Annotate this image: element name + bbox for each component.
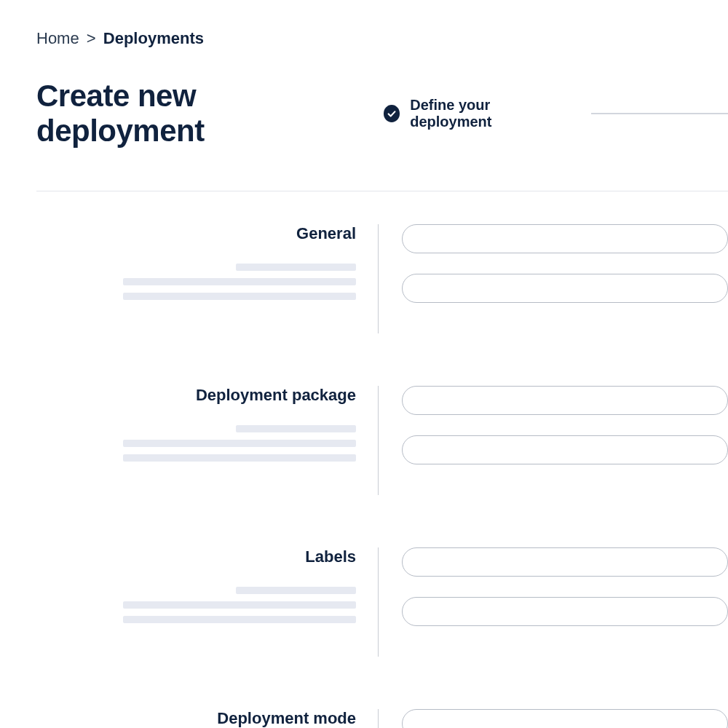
skeleton-line xyxy=(236,587,356,594)
section-mode-fields xyxy=(379,709,728,728)
section-general: General xyxy=(36,224,728,333)
section-title-mode: Deployment mode xyxy=(217,709,356,728)
general-input-1[interactable] xyxy=(402,224,728,253)
section-general-fields xyxy=(379,224,728,333)
page-title: Create new deployment xyxy=(36,79,355,149)
skeleton-line xyxy=(123,601,356,609)
section-package-label-area: Deployment package xyxy=(36,386,379,495)
skeleton-line xyxy=(236,264,356,271)
skeleton-line xyxy=(123,616,356,623)
skeleton-line xyxy=(123,293,356,300)
section-title-general: General xyxy=(296,224,356,243)
general-input-2[interactable] xyxy=(402,274,728,303)
section-general-label-area: General xyxy=(36,224,379,333)
skeleton-line xyxy=(123,454,356,462)
section-labels: Labels xyxy=(36,547,728,657)
section-mode-label-area: Deployment mode xyxy=(36,709,379,728)
mode-input-1[interactable] xyxy=(402,709,728,728)
step-label: Define your deployment xyxy=(410,97,566,130)
header-divider xyxy=(36,191,728,191)
section-labels-label-area: Labels xyxy=(36,547,379,657)
section-labels-fields xyxy=(379,547,728,657)
package-input-1[interactable] xyxy=(402,386,728,415)
section-mode: Deployment mode xyxy=(36,709,728,728)
package-input-2[interactable] xyxy=(402,435,728,464)
labels-input-2[interactable] xyxy=(402,597,728,626)
breadcrumb-separator: > xyxy=(87,29,96,47)
section-title-labels: Labels xyxy=(305,547,356,566)
step-connector xyxy=(591,113,728,114)
breadcrumb: Home > Deployments xyxy=(36,29,728,48)
section-package-fields xyxy=(379,386,728,495)
skeleton-line xyxy=(123,278,356,285)
wizard-stepper: Define your deployment xyxy=(384,97,728,130)
skeleton-line xyxy=(236,425,356,432)
section-title-package: Deployment package xyxy=(196,386,356,405)
breadcrumb-current[interactable]: Deployments xyxy=(103,29,204,47)
page-header: Create new deployment Define your deploy… xyxy=(36,79,728,149)
check-circle-icon xyxy=(384,105,400,122)
labels-input-1[interactable] xyxy=(402,547,728,577)
section-package: Deployment package xyxy=(36,386,728,495)
skeleton-line xyxy=(123,440,356,447)
breadcrumb-home[interactable]: Home xyxy=(36,29,79,47)
